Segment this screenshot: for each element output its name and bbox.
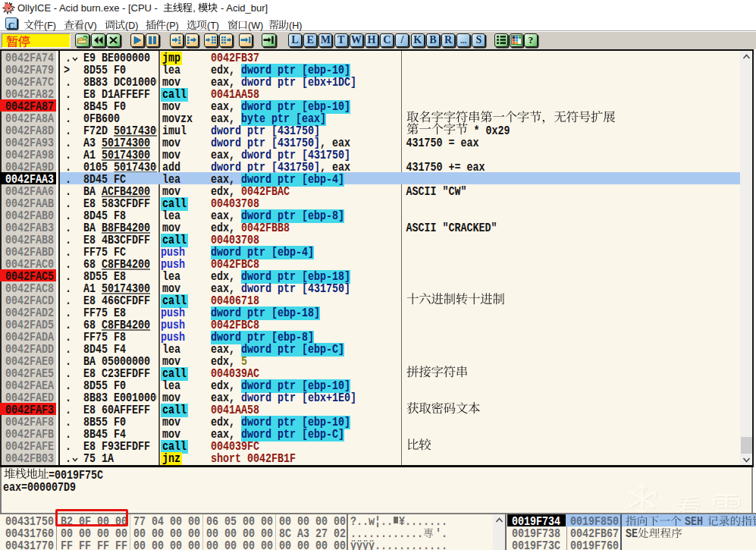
svg-text:?: ? [528,34,533,46]
